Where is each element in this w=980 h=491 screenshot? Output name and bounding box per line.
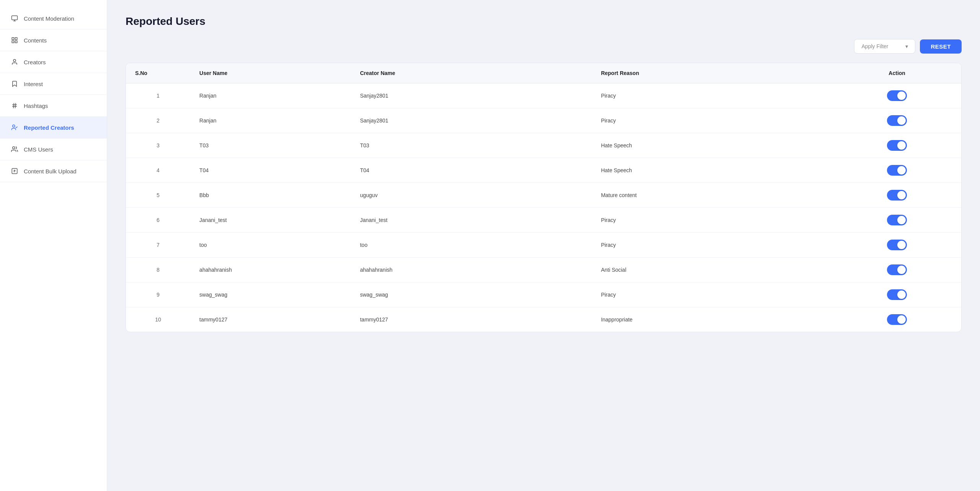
action-cell[interactable] — [833, 208, 961, 233]
username-cell: T04 — [190, 158, 351, 183]
sno-cell: 1 — [126, 83, 190, 108]
action-cell[interactable] — [833, 83, 961, 108]
table-row: 6Janani_testJanani_testPiracy — [126, 208, 961, 233]
sno-cell: 6 — [126, 208, 190, 233]
report-reason-cell: Piracy — [592, 233, 833, 258]
sidebar-item-label: Contents — [24, 37, 47, 44]
creator-name-cell: too — [351, 233, 591, 258]
monitor-icon — [11, 15, 18, 22]
username-cell: Janani_test — [190, 208, 351, 233]
username-cell: tammy0127 — [190, 307, 351, 332]
username-cell: T03 — [190, 133, 351, 158]
sidebar-item-label: Hashtags — [24, 103, 48, 109]
svg-rect-6 — [15, 41, 17, 43]
username-cell: ahahahranish — [190, 258, 351, 282]
report-reason-cell: Piracy — [592, 108, 833, 133]
action-cell[interactable] — [833, 233, 961, 258]
sidebar-item-label: Creators — [24, 59, 46, 65]
svg-rect-0 — [12, 16, 18, 20]
report-reason-cell: Piracy — [592, 282, 833, 307]
toggle-switch[interactable] — [887, 289, 907, 300]
table-row: 1RanjanSanjay2801Piracy — [126, 83, 961, 108]
sidebar-item-cms-users[interactable]: CMS Users — [0, 139, 107, 160]
bookmark-icon — [11, 80, 18, 88]
report-reason-cell: Hate Speech — [592, 158, 833, 183]
chevron-down-icon: ▾ — [905, 43, 908, 49]
sidebar-item-content-moderation[interactable]: Content Moderation — [0, 8, 107, 29]
report-reason-cell: Piracy — [592, 208, 833, 233]
apply-filter-dropdown[interactable]: Apply Filter ▾ — [854, 39, 915, 54]
sidebar-item-label: Content Moderation — [24, 15, 74, 22]
table-row: 4T04T04Hate Speech — [126, 158, 961, 183]
table-header: S.NoUser NameCreator NameReport ReasonAc… — [126, 63, 961, 83]
sno-cell: 5 — [126, 183, 190, 208]
action-cell[interactable] — [833, 158, 961, 183]
creator-name-cell: uguguv — [351, 183, 591, 208]
sidebar-item-label: CMS Users — [24, 146, 53, 153]
creator-name-cell: tammy0127 — [351, 307, 591, 332]
table-header-row: S.NoUser NameCreator NameReport ReasonAc… — [126, 63, 961, 83]
sno-cell: 9 — [126, 282, 190, 307]
report-reason-cell: Inappropriate — [592, 307, 833, 332]
username-cell: Ranjan — [190, 83, 351, 108]
creator-name-cell: T03 — [351, 133, 591, 158]
creator-name-cell: Sanjay2801 — [351, 83, 591, 108]
action-cell[interactable] — [833, 183, 961, 208]
sno-cell: 2 — [126, 108, 190, 133]
creator-name-cell: Janani_test — [351, 208, 591, 233]
upload-icon — [11, 167, 18, 175]
filter-label: Apply Filter — [861, 43, 888, 49]
toggle-switch[interactable] — [887, 165, 907, 176]
table-row: 9swag_swagswag_swagPiracy — [126, 282, 961, 307]
svg-rect-3 — [12, 38, 14, 39]
table-col-user-name: User Name — [190, 63, 351, 83]
toggle-switch[interactable] — [887, 314, 907, 325]
toggle-switch[interactable] — [887, 215, 907, 225]
report-reason-cell: Hate Speech — [592, 133, 833, 158]
table-row: 10tammy0127tammy0127Inappropriate — [126, 307, 961, 332]
sno-cell: 7 — [126, 233, 190, 258]
sidebar-item-content-bulk-upload[interactable]: Content Bulk Upload — [0, 160, 107, 182]
toggle-switch[interactable] — [887, 115, 907, 126]
creator-name-cell: T04 — [351, 158, 591, 183]
svg-point-13 — [13, 147, 15, 149]
report-reason-cell: Mature content — [592, 183, 833, 208]
table-body: 1RanjanSanjay2801Piracy2RanjanSanjay2801… — [126, 83, 961, 332]
action-cell[interactable] — [833, 258, 961, 282]
sno-cell: 8 — [126, 258, 190, 282]
username-cell: Ranjan — [190, 108, 351, 133]
action-cell[interactable] — [833, 133, 961, 158]
users-icon — [11, 145, 18, 153]
action-cell[interactable] — [833, 108, 961, 133]
page-title: Reported Users — [126, 15, 962, 28]
sidebar-item-hashtags[interactable]: Hashtags — [0, 95, 107, 117]
reset-button[interactable]: RESET — [920, 39, 962, 54]
toggle-switch[interactable] — [887, 240, 907, 250]
svg-rect-4 — [15, 38, 17, 39]
user-check-icon — [11, 124, 18, 131]
sno-cell: 3 — [126, 133, 190, 158]
sidebar: Content ModerationContentsCreatorsIntere… — [0, 0, 107, 491]
main-content: Reported Users Apply Filter ▾ RESET S.No… — [107, 0, 980, 491]
table-col-report-reason: Report Reason — [592, 63, 833, 83]
sno-cell: 4 — [126, 158, 190, 183]
table-row: 8ahahahranishahahahranishAnti Social — [126, 258, 961, 282]
reported-users-table-container: S.NoUser NameCreator NameReport ReasonAc… — [126, 63, 962, 332]
table-row: 3T03T03Hate Speech — [126, 133, 961, 158]
sidebar-item-creators[interactable]: Creators — [0, 51, 107, 73]
action-cell[interactable] — [833, 282, 961, 307]
toolbar: Apply Filter ▾ RESET — [126, 39, 962, 54]
report-reason-cell: Piracy — [592, 83, 833, 108]
toggle-switch[interactable] — [887, 140, 907, 151]
sidebar-item-contents[interactable]: Contents — [0, 29, 107, 51]
reported-users-table: S.NoUser NameCreator NameReport ReasonAc… — [126, 63, 961, 332]
creator-name-cell: Sanjay2801 — [351, 108, 591, 133]
svg-line-11 — [15, 103, 16, 108]
table-row: 5BbbuguguvMature content — [126, 183, 961, 208]
toggle-switch[interactable] — [887, 264, 907, 275]
action-cell[interactable] — [833, 307, 961, 332]
sidebar-item-reported-creators[interactable]: Reported Creators — [0, 117, 107, 139]
sidebar-item-interest[interactable]: Interest — [0, 73, 107, 95]
toggle-switch[interactable] — [887, 190, 907, 201]
toggle-switch[interactable] — [887, 90, 907, 101]
